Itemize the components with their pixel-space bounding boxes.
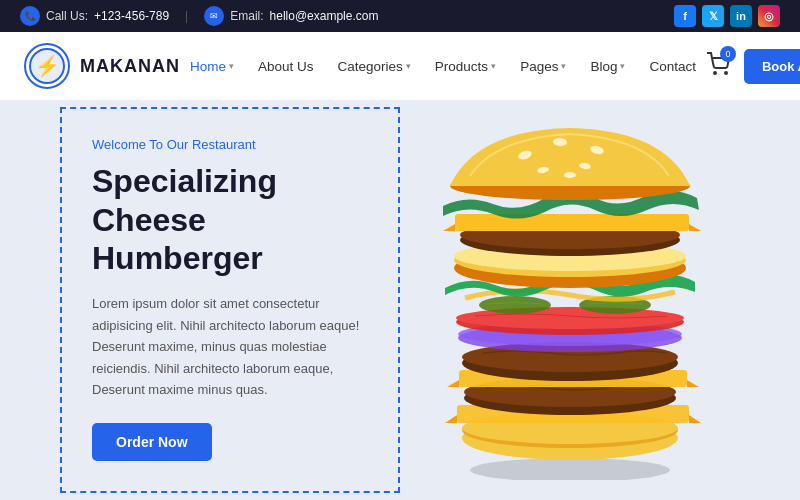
nav-products[interactable]: Products ▾ [425,53,506,80]
top-bar: 📞 Call Us: +123-456-789 | ✉ Email: hello… [0,0,800,32]
svg-point-18 [479,296,551,314]
email-label: Email: [230,9,263,23]
svg-rect-25 [455,214,689,231]
email-contact: ✉ Email: hello@example.com [204,6,378,26]
hero-section: Welcome To Our Restaurant Specializing C… [0,100,800,500]
nav-pages[interactable]: Pages ▾ [510,53,576,80]
email-icon: ✉ [204,6,224,26]
book-table-button[interactable]: Book A Table [744,49,800,84]
nav-home[interactable]: Home ▾ [180,53,244,80]
email-address[interactable]: hello@example.com [270,9,379,23]
hero-box: Welcome To Our Restaurant Specializing C… [60,107,400,492]
svg-point-3 [725,72,727,74]
phone-icon: 📞 [20,6,40,26]
nav-contact[interactable]: Contact [639,53,706,80]
call-label: Call Us: [46,9,88,23]
nav-blog[interactable]: Blog ▾ [580,53,635,80]
nav-about[interactable]: About Us [248,53,324,80]
chevron-down-icon: ▾ [406,61,411,71]
logo-icon: ⚡ [24,43,70,89]
divider: | [185,9,188,23]
header-actions: 0 Book A Table [706,49,800,84]
logo-text: MAKANAN [80,56,180,77]
svg-point-4 [470,458,670,480]
chevron-down-icon: ▾ [620,61,625,71]
nav-categories[interactable]: Categories ▾ [328,53,421,80]
hero-title: Specializing Cheese Humberger [92,162,368,277]
instagram-icon[interactable]: ◎ [758,5,780,27]
main-nav: Home ▾ About Us Categories ▾ Products ▾ … [180,53,706,80]
hero-image [400,100,740,500]
hero-subtitle: Welcome To Our Restaurant [92,137,368,152]
facebook-icon[interactable]: f [674,5,696,27]
svg-text:⚡: ⚡ [35,54,60,78]
top-bar-contacts: 📞 Call Us: +123-456-789 | ✉ Email: hello… [20,6,378,26]
chevron-down-icon: ▾ [491,61,496,71]
call-number[interactable]: +123-456-789 [94,9,169,23]
svg-point-32 [564,172,576,178]
call-contact: 📞 Call Us: +123-456-789 [20,6,169,26]
twitter-icon[interactable]: 𝕏 [702,5,724,27]
logo-bolt-svg: ⚡ [29,48,65,84]
hero-content: Welcome To Our Restaurant Specializing C… [60,107,400,492]
burger-illustration [415,120,725,480]
hero-description: Lorem ipsum dolor sit amet consectetur a… [92,293,368,400]
chevron-down-icon: ▾ [229,61,234,71]
header: ⚡ MAKANAN Home ▾ About Us Categories ▾ P… [0,32,800,100]
chevron-down-icon: ▾ [561,61,566,71]
cart-count: 0 [720,46,736,62]
cart-button[interactable]: 0 [706,52,730,80]
social-links: f 𝕏 in ◎ [674,5,780,27]
linkedin-icon[interactable]: in [730,5,752,27]
logo[interactable]: ⚡ MAKANAN [24,43,180,89]
order-now-button[interactable]: Order Now [92,423,212,461]
svg-point-2 [714,72,716,74]
